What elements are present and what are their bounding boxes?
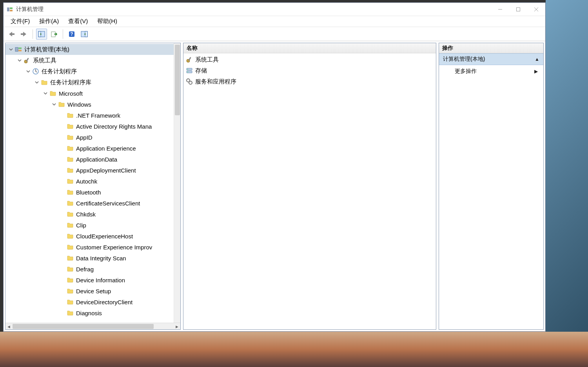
menu-action[interactable]: 操作(A) [34, 16, 64, 26]
show-hide-action-pane-button[interactable] [79, 29, 90, 40]
tree-windows[interactable]: Windows [5, 99, 180, 110]
svg-rect-17 [18, 47, 22, 49]
tree-folder-item-icon [67, 156, 74, 163]
tree[interactable]: 计算机管理(本地) 系统工具 任务计划程序 任务计划程序库 Microsoft … [5, 43, 180, 319]
export-list-button[interactable] [49, 29, 60, 40]
tree-folder-item[interactable]: Chkdsk [5, 209, 180, 220]
tree-folder-item[interactable]: CloudExperienceHost [5, 231, 180, 242]
toolbar: ? [4, 27, 545, 41]
tree-folder-item[interactable]: Device Information [5, 274, 180, 285]
tree-folder-item-icon [67, 145, 74, 152]
tree-folder-item[interactable]: Active Directory Rights Mana [5, 121, 180, 132]
help-button[interactable]: ? [66, 29, 77, 40]
show-hide-tree-button[interactable] [36, 29, 47, 40]
tree-item-label: Clip [76, 222, 86, 229]
tree-folder-item-icon [67, 211, 74, 218]
tree-folder-item-icon [67, 134, 74, 141]
tree-folder-item-icon [67, 254, 74, 262]
tree-folder-item-icon [67, 298, 74, 305]
tree-item-label: CertificateServicesClient [76, 200, 140, 207]
collapse-icon: ▲ [535, 56, 539, 62]
window-title: 计算机管理 [16, 6, 491, 13]
svg-rect-1 [10, 7, 13, 9]
maximize-button[interactable] [509, 3, 527, 16]
tree-item-label: Diagnosis [76, 310, 102, 316]
tree-folder-item[interactable]: AppxDeploymentClient [5, 165, 180, 176]
tree-item-label: Device Setup [76, 288, 111, 294]
tree-folder-item-icon [67, 276, 74, 283]
svg-rect-0 [7, 7, 9, 11]
tree-root[interactable]: 计算机管理(本地) [5, 44, 180, 55]
list-item[interactable]: 存储 [183, 65, 436, 76]
tree-folder-item-icon [67, 287, 74, 294]
tree-folder-item[interactable]: Bluetooth [5, 187, 180, 198]
tree-item-label: Device Information [76, 277, 125, 283]
app-window: 计算机管理 文件(F) 操作(A) 查看(V) 帮助(H) [3, 2, 546, 332]
titlebar: 计算机管理 [4, 3, 545, 16]
list-item-label: 存储 [195, 67, 207, 74]
tree-system-tools[interactable]: 系统工具 [5, 55, 180, 66]
tree-item-label: Active Directory Rights Mana [76, 123, 152, 130]
tree-folder-item[interactable]: DeviceDirectoryClient [5, 296, 180, 307]
action-more[interactable]: 更多操作 ▶ [439, 65, 543, 78]
action-more-label: 更多操作 [455, 68, 477, 75]
svg-point-27 [187, 72, 188, 73]
expand-icon[interactable] [51, 102, 57, 106]
tree-folder-item-icon [67, 112, 74, 119]
tree-folder-item-icon [67, 222, 74, 229]
scroll-right-icon[interactable]: ► [174, 323, 180, 329]
expand-icon[interactable] [16, 58, 23, 62]
tree-folder-item[interactable]: Autochk [5, 176, 180, 187]
nav-forward-button[interactable] [18, 29, 29, 40]
tree-item-label: Bluetooth [76, 189, 101, 196]
tree-folder-item[interactable]: Data Integrity Scan [5, 253, 180, 263]
tree-item-label: Microsoft [59, 90, 83, 97]
tree-folder-item[interactable]: Defrag [5, 263, 180, 274]
expand-icon[interactable] [8, 47, 14, 51]
tree-folder-item[interactable]: ApplicationData [5, 154, 180, 165]
action-section-header[interactable]: 计算机管理(本地) ▲ [439, 53, 543, 65]
tree-folder-item[interactable]: Customer Experience Improv [5, 242, 180, 253]
tree-folder-item-icon [67, 178, 74, 185]
menu-help[interactable]: 帮助(H) [93, 16, 122, 26]
item-list[interactable]: 系统工具 存储 服务和应用程序 [183, 53, 436, 88]
close-button[interactable] [527, 3, 545, 16]
tree-folder-item[interactable]: CertificateServicesClient [5, 198, 180, 209]
svg-rect-4 [517, 7, 520, 11]
tree-folder-item[interactable]: Application Experience [5, 143, 180, 154]
expand-icon[interactable] [34, 80, 40, 84]
tree-folder-item[interactable]: AppID [5, 132, 180, 143]
menubar: 文件(F) 操作(A) 查看(V) 帮助(H) [4, 16, 545, 27]
tree-task-scheduler[interactable]: 任务计划程序 [5, 66, 180, 77]
minimize-button[interactable] [491, 3, 509, 16]
tree-task-scheduler-library-icon [41, 79, 48, 86]
tree-windows-icon [58, 101, 65, 108]
svg-rect-2 [10, 10, 13, 11]
tree-folder-item[interactable]: Device Setup [5, 285, 180, 296]
scroll-left-icon[interactable]: ◄ [5, 323, 12, 329]
column-header-name[interactable]: 名称 [183, 43, 436, 53]
tree-item-label: Windows [67, 101, 91, 108]
action-section-label: 计算机管理(本地) [443, 56, 485, 63]
tree-vertical-scrollbar[interactable] [174, 43, 180, 323]
tree-horizontal-scrollbar[interactable]: ◄ ► [5, 323, 180, 329]
list-item[interactable]: 系统工具 [183, 54, 436, 65]
tree-folder-item[interactable]: .NET Framework [5, 110, 180, 121]
tree-microsoft[interactable]: Microsoft [5, 88, 180, 99]
menu-file[interactable]: 文件(F) [6, 16, 34, 26]
nav-back-button[interactable] [6, 29, 17, 40]
tree-task-scheduler-library[interactable]: 任务计划程序库 [5, 77, 180, 88]
tree-folder-item-icon [67, 189, 74, 196]
list-item[interactable]: 服务和应用程序 [183, 76, 436, 87]
list-item-icon [186, 56, 193, 63]
expand-icon[interactable] [42, 91, 49, 95]
tree-item-label: Customer Experience Improv [76, 244, 152, 251]
toolbar-separator [33, 29, 33, 39]
tree-folder-item[interactable]: Diagnosis [5, 307, 180, 318]
tree-task-scheduler-icon [32, 68, 39, 75]
tree-folder-item[interactable]: Clip [5, 220, 180, 231]
expand-icon[interactable] [25, 69, 31, 73]
tree-item-label: Data Integrity Scan [76, 255, 126, 262]
tree-item-label: 任务计划程序 [42, 68, 77, 75]
menu-view[interactable]: 查看(V) [64, 16, 93, 26]
